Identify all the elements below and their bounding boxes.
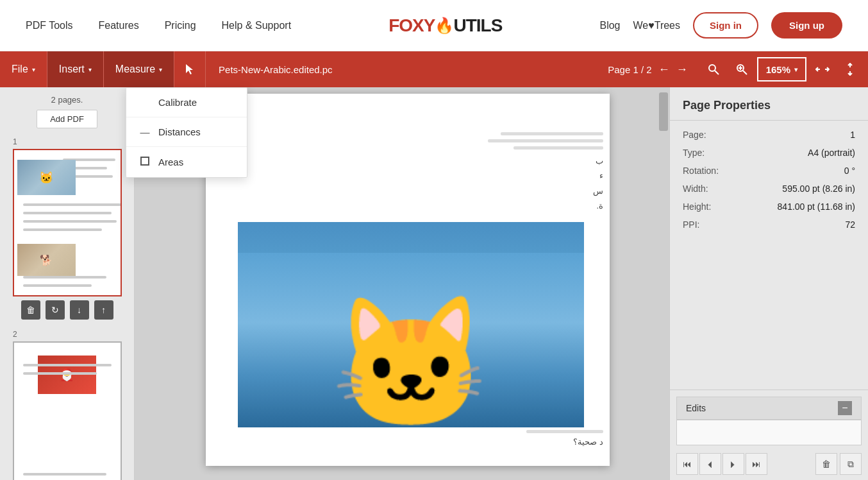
toolbar-right-icons: 165% ▾ (694, 51, 868, 87)
thumb1-actions: 🗑 ↻ ↓ ↑ (21, 300, 113, 320)
pdf-page: بءسة. 🐱 د صحية؟ (206, 94, 610, 466)
page-num-2: 2 (6, 330, 17, 339)
prop-ppi-value: 72 (845, 219, 855, 230)
thumb1-dog-area: 🐕 (17, 244, 76, 276)
prop-page-label: Page: (683, 130, 706, 140)
signin-button[interactable]: Sign in (693, 12, 758, 39)
fit-width-icon-button[interactable] (809, 51, 836, 87)
measure-menu-button[interactable]: Measure ▾ (104, 51, 174, 87)
measure-caret-icon: ▾ (159, 66, 162, 73)
prop-height-value: 841.00 pt (11.68 in) (778, 201, 855, 212)
edits-action-buttons: 🗑 ⧉ (815, 453, 862, 475)
thumb2-inner: 🎅 (14, 356, 121, 480)
calibrate-label: Calibrate (158, 97, 197, 108)
edits-delete-button[interactable]: 🗑 (815, 453, 837, 475)
delete-page-1-button[interactable]: 🗑 (21, 300, 40, 320)
file-caret-icon: ▾ (32, 66, 35, 73)
toolbar: File ▾ Insert ▾ Measure ▾ Pets-New-Arabi… (0, 51, 868, 87)
edits-copy-button[interactable]: ⧉ (840, 453, 862, 475)
logo-flame-icon: 🔥 (435, 17, 453, 35)
zoom-level-button[interactable]: 165% ▾ (757, 57, 806, 81)
signup-button[interactable]: Sign up (771, 12, 842, 39)
logo-utils: UTILS (453, 15, 502, 36)
prop-type: Type: A4 (portrait) (683, 148, 855, 158)
thumb1-inner: 🐱 🐕 (14, 150, 121, 295)
thumb2-text-top (18, 362, 117, 377)
edits-last-button[interactable]: ⏭ (746, 453, 767, 475)
page-info-area: Page 1 / 2 ← → (601, 63, 694, 76)
prop-width-value: 595.00 pt (8.26 in) (782, 184, 855, 194)
calibrate-menu-item[interactable]: Calibrate (126, 88, 247, 117)
insert-menu-button[interactable]: Insert ▾ (47, 51, 103, 87)
zoom-in-icon (735, 63, 748, 76)
fit-page-icon-button[interactable] (839, 51, 862, 87)
edits-first-button[interactable]: ⏮ (676, 453, 698, 475)
logo-foxy: FOXY (388, 15, 435, 36)
zoom-in-icon-button[interactable] (729, 51, 755, 87)
page-arabic-text-bottom: د صحية؟ (475, 430, 603, 447)
page-thumbnail-1[interactable]: 🐱 🐕 (13, 149, 122, 296)
thumb1-dog-icon: 🐕 (17, 244, 76, 276)
viewer-scroll-thumb[interactable] (659, 92, 668, 131)
thumb1-text-mid (18, 201, 117, 233)
prop-ppi-label: PPI: (683, 219, 699, 230)
areas-label: Areas (158, 157, 183, 167)
page-cat-image: 🐱 (238, 222, 584, 427)
move-up-page-1-button[interactable]: ↑ (94, 300, 113, 320)
file-menu-button[interactable]: File ▾ (0, 51, 47, 87)
add-pdf-button[interactable]: Add PDF (37, 110, 97, 128)
insert-caret-icon: ▾ (88, 66, 92, 73)
fit-width-icon (815, 64, 830, 74)
svg-point-0 (709, 65, 715, 71)
distances-label: Distances (158, 126, 201, 137)
svg-line-1 (715, 71, 719, 74)
search-icon (707, 63, 720, 76)
search-icon-button[interactable] (701, 51, 726, 87)
prop-page-value: 1 (850, 130, 855, 140)
sidebar: 2 pages. Add PDF 1 🐱 (0, 87, 135, 480)
areas-menu-item[interactable]: Areas (126, 147, 247, 177)
thumb1-text-bottom (18, 274, 117, 289)
thumb1-cat-icon: 🐱 (17, 160, 76, 195)
cat-face-icon: 🐱 (331, 299, 491, 427)
prop-width: Width: 595.00 pt (8.26 in) (683, 184, 855, 194)
move-down-page-1-button[interactable]: ↓ (70, 300, 89, 320)
panel-properties: Page: 1 Type: A4 (portrait) Rotation: 0 … (670, 121, 868, 390)
panel-title: Page Properties (670, 87, 868, 121)
nav-links-left: PDF Tools Features Pricing Help & Suppor… (26, 20, 291, 31)
distances-menu-item[interactable]: — Distances (126, 117, 247, 147)
thumb2-text-bottom (18, 471, 117, 480)
nav-we-trees[interactable]: We♥Trees (633, 20, 680, 31)
nav-links-right: Blog We♥Trees Sign in Sign up (599, 12, 842, 39)
nav-pricing[interactable]: Pricing (165, 20, 196, 31)
next-page-button[interactable]: → (676, 63, 688, 76)
cursor-tool[interactable] (174, 51, 205, 87)
prop-height-label: Height: (683, 201, 711, 212)
nav-blog[interactable]: Blog (599, 20, 620, 31)
svg-line-5 (743, 71, 747, 74)
prop-page: Page: 1 (683, 130, 855, 140)
page-thumbnail-2[interactable]: 🎅 (13, 341, 122, 480)
nav-pdf-tools[interactable]: PDF Tools (26, 20, 73, 31)
measure-dropdown: Calibrate — Distances Areas (126, 87, 247, 178)
measure-label: Measure (115, 64, 155, 75)
edits-prev-button[interactable]: ⏴ (699, 453, 721, 475)
viewer-scrollbar[interactable] (658, 87, 669, 480)
filename: Pets-New-Arabic.edited.pc (206, 64, 601, 75)
prev-page-button[interactable]: ← (658, 63, 670, 76)
nav-help-support[interactable]: Help & Support (222, 20, 292, 31)
zoom-value: 165% (766, 64, 790, 75)
logo[interactable]: FOXY🔥UTILS (388, 15, 502, 36)
edits-textarea[interactable] (676, 420, 862, 445)
edits-navigation: ⏮ ⏴ ⏵ ⏭ (676, 453, 767, 475)
areas-icon (139, 156, 151, 168)
cursor-icon (183, 63, 196, 76)
page-thumb-container-1: 1 🐱 (0, 137, 134, 320)
edits-collapse-button[interactable]: − (838, 401, 852, 415)
edits-next-button[interactable]: ⏵ (722, 453, 744, 475)
edits-label: Edits (686, 403, 706, 413)
prop-ppi: PPI: 72 (683, 219, 855, 230)
svg-rect-10 (141, 157, 149, 165)
nav-features[interactable]: Features (99, 20, 139, 31)
rotate-page-1-button[interactable]: ↻ (46, 300, 65, 320)
